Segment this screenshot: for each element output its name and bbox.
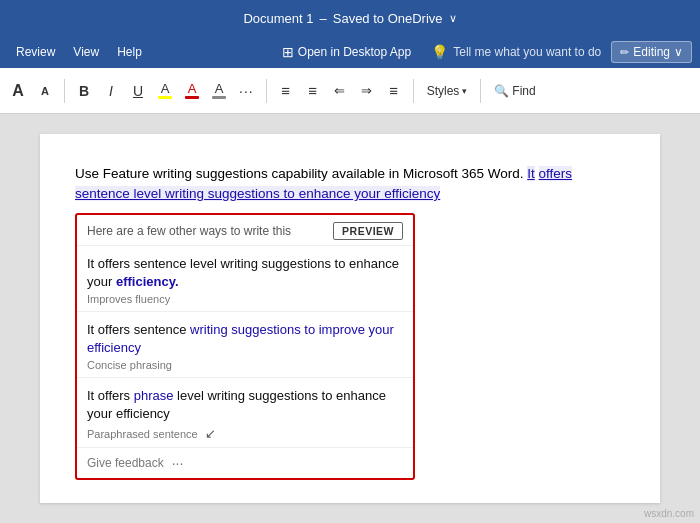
pencil-icon: ✏ bbox=[620, 46, 629, 59]
open-desktop-button[interactable]: ⊞ Open in Desktop App bbox=[272, 40, 421, 64]
styles-chevron: ▾ bbox=[462, 86, 467, 96]
sugg3-tag-text: Paraphrased sentence bbox=[87, 428, 198, 440]
font-color-bar-red bbox=[185, 96, 199, 99]
ribbon: A A B I U A A A ··· ≡ ≡ ⇐ ⇒ ≡ Styles ▾ bbox=[0, 68, 700, 114]
menu-bar: Review View Help ⊞ Open in Desktop App 💡… bbox=[0, 36, 700, 68]
tell-me-label: Tell me what you want to do bbox=[453, 45, 601, 59]
menu-item-help[interactable]: Help bbox=[109, 41, 150, 63]
editing-button[interactable]: ✏ Editing ∨ bbox=[611, 41, 692, 63]
menu-item-review[interactable]: Review bbox=[8, 41, 63, 63]
indent-increase-button[interactable]: ⇒ bbox=[355, 77, 379, 105]
suggestion-item-2[interactable]: It offers sentence writing suggestions t… bbox=[77, 312, 413, 378]
cursor-icon: ↙ bbox=[205, 426, 216, 441]
highlight-yellow-button[interactable]: A bbox=[153, 77, 177, 105]
ribbon-sep-2 bbox=[266, 79, 267, 103]
suggestion-item-3-text: It offers phrase level writing suggestio… bbox=[87, 387, 403, 423]
suggestion-item-2-tag: Concise phrasing bbox=[87, 359, 403, 371]
suggestion-item-3-tag: Paraphrased sentence ↙ bbox=[87, 426, 403, 441]
clear-letter: A bbox=[215, 82, 224, 95]
preview-button[interactable]: PREVIEW bbox=[333, 222, 403, 240]
find-group: 🔍 Find bbox=[488, 77, 541, 105]
sugg3-text1: It offers bbox=[87, 388, 134, 403]
paragraph-group: ≡ ≡ ⇐ ⇒ ≡ bbox=[274, 77, 406, 105]
document-area: Use Feature writing suggestions capabili… bbox=[0, 114, 700, 523]
font-size-a-small[interactable]: A bbox=[33, 77, 57, 105]
font-size-group: A A bbox=[6, 77, 57, 105]
clear-format-button[interactable]: A bbox=[207, 77, 231, 105]
find-button[interactable]: 🔍 Find bbox=[488, 77, 541, 105]
align-button[interactable]: ≡ bbox=[382, 77, 406, 105]
document-text: Use Feature writing suggestions capabili… bbox=[75, 164, 625, 205]
styles-button[interactable]: Styles ▾ bbox=[421, 77, 474, 105]
ribbon-sep-4 bbox=[480, 79, 481, 103]
format-group: B I U A A A ··· bbox=[72, 77, 259, 105]
editing-chevron: ∨ bbox=[674, 45, 683, 59]
sugg3-accent: phrase bbox=[134, 388, 174, 403]
suggestion-item-1[interactable]: It offers sentence level writing suggest… bbox=[77, 246, 413, 312]
editing-label: Editing bbox=[633, 45, 670, 59]
feedback-dots[interactable]: ··· bbox=[172, 455, 184, 471]
styles-label: Styles bbox=[427, 84, 460, 98]
italic-button[interactable]: I bbox=[99, 77, 123, 105]
suggestion-header-text: Here are a few other ways to write this bbox=[87, 224, 291, 238]
suggestion-footer: Give feedback ··· bbox=[77, 448, 413, 478]
menu-item-view[interactable]: View bbox=[65, 41, 107, 63]
watermark: wsxdn.com bbox=[644, 508, 694, 519]
find-label: Find bbox=[512, 84, 535, 98]
open-desktop-icon: ⊞ bbox=[282, 44, 294, 60]
suggestion-item-2-text: It offers sentence writing suggestions t… bbox=[87, 321, 403, 357]
ribbon-sep-3 bbox=[413, 79, 414, 103]
doc-link-text[interactable]: It bbox=[527, 166, 535, 181]
title-bar: Document 1 – Saved to OneDrive ∨ bbox=[0, 0, 700, 36]
list-button-2[interactable]: ≡ bbox=[301, 77, 325, 105]
suggestion-panel: Here are a few other ways to write this … bbox=[75, 213, 415, 480]
menu-items-left: Review View Help bbox=[8, 41, 150, 63]
save-status: Saved to OneDrive bbox=[333, 11, 443, 26]
document-page: Use Feature writing suggestions capabili… bbox=[40, 134, 660, 503]
lightbulb-icon: 💡 bbox=[431, 44, 448, 60]
suggestion-item-3[interactable]: It offers phrase level writing suggestio… bbox=[77, 378, 413, 447]
indent-decrease-button[interactable]: ⇐ bbox=[328, 77, 352, 105]
suggestion-item-1-tag: Improves fluency bbox=[87, 293, 403, 305]
title-chevron[interactable]: ∨ bbox=[449, 12, 457, 25]
bold-button[interactable]: B bbox=[72, 77, 96, 105]
suggestion-item-1-text: It offers sentence level writing suggest… bbox=[87, 255, 403, 291]
sugg2-text1: It offers sentence bbox=[87, 322, 190, 337]
styles-group: Styles ▾ bbox=[421, 77, 474, 105]
list-button-1[interactable]: ≡ bbox=[274, 77, 298, 105]
doc-main-text: Use Feature writing suggestions capabili… bbox=[75, 166, 523, 181]
more-button[interactable]: ··· bbox=[234, 77, 259, 105]
ribbon-sep-1 bbox=[64, 79, 65, 103]
suggestion-header: Here are a few other ways to write this … bbox=[77, 215, 413, 246]
title-separator: – bbox=[320, 11, 327, 26]
font-color-letter: A bbox=[188, 82, 197, 95]
highlight-bar-yellow bbox=[158, 96, 172, 99]
find-icon: 🔍 bbox=[494, 84, 509, 98]
sugg1-accent: efficiency. bbox=[116, 274, 179, 289]
highlight-letter: A bbox=[161, 82, 170, 95]
clear-bar bbox=[212, 96, 226, 99]
underline-button[interactable]: U bbox=[126, 77, 150, 105]
open-desktop-label: Open in Desktop App bbox=[298, 45, 411, 59]
font-size-a-large[interactable]: A bbox=[6, 77, 30, 105]
feedback-label[interactable]: Give feedback bbox=[87, 456, 164, 470]
doc-title: Document 1 bbox=[243, 11, 313, 26]
tell-me-input[interactable]: 💡 Tell me what you want to do bbox=[421, 41, 611, 63]
font-color-button[interactable]: A bbox=[180, 77, 204, 105]
